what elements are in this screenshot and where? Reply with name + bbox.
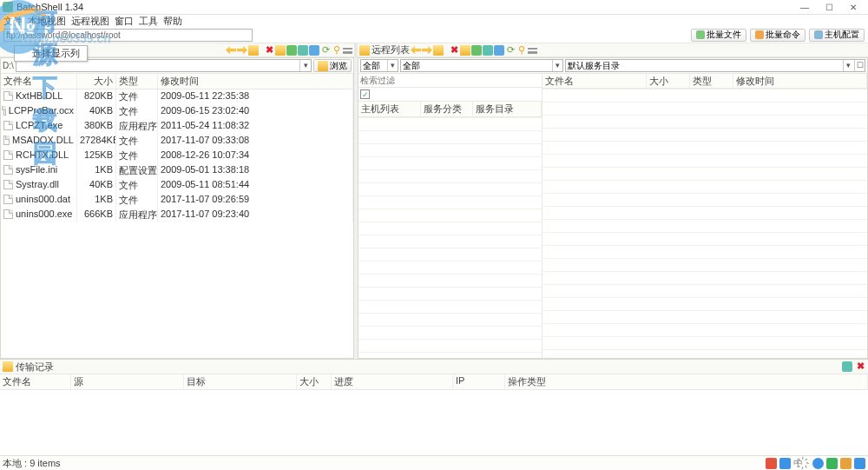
local-grid-header[interactable]: 文件名 大小 类型 修改时间	[1, 74, 353, 89]
browse-button[interactable]: 浏览	[313, 59, 352, 72]
log-col-src[interactable]: 源	[71, 374, 184, 389]
r-nav-fwd-icon[interactable]	[422, 45, 432, 56]
r-teal-action-icon[interactable]	[483, 45, 493, 56]
r-col-mtime[interactable]: 修改时间	[733, 74, 867, 88]
col-type[interactable]: 类型	[116, 74, 158, 89]
log-col-size[interactable]: 大小	[297, 374, 332, 389]
menu-local[interactable]: 本地视图	[28, 15, 66, 28]
teal-action-icon[interactable]	[298, 45, 308, 56]
green-action-icon[interactable]	[286, 45, 297, 56]
menu-help[interactable]: 帮助	[163, 15, 182, 28]
table-row[interactable]: Systray.dll40KB文件2009-05-11 08:51:44	[1, 178, 353, 193]
table-row[interactable]: KxtHB.DLL820KB文件2009-05-11 22:35:38	[1, 89, 353, 104]
r-blue-action-icon[interactable]	[494, 45, 504, 56]
nav-fwd-icon[interactable]	[237, 45, 247, 56]
log-col-dst[interactable]: 目标	[184, 374, 297, 389]
log-col-file[interactable]: 文件名	[0, 374, 71, 389]
r-green-action-icon[interactable]	[471, 45, 482, 56]
r-delete-icon[interactable]: ✖	[449, 45, 459, 56]
col-host[interactable]: 主机列表	[358, 102, 421, 116]
minimize-button[interactable]: —	[792, 3, 817, 12]
table-row[interactable]: RCHTX.DLL125KB文件2008-12-26 10:07:34	[1, 149, 353, 163]
tray-icon-6[interactable]	[854, 458, 865, 469]
file-icon	[3, 195, 13, 204]
remote-list-icon	[359, 45, 370, 56]
tray-ime-icon[interactable]: 中 ҉	[793, 457, 810, 470]
table-row[interactable]: MSADOX.DLL27284KB文件2017-11-07 09:33:08	[1, 134, 353, 149]
batch-cmd-button[interactable]: 批量命令	[750, 29, 806, 42]
refresh-icon[interactable]: ⟳	[320, 45, 331, 56]
col-dir[interactable]: 服务目录	[473, 102, 542, 116]
batch-file-button[interactable]: 批量文件	[691, 29, 746, 42]
new-folder-icon[interactable]	[275, 45, 286, 56]
menu-file[interactable]: 文件	[3, 15, 23, 28]
menu-window[interactable]: 窗口	[115, 15, 134, 28]
maximize-button[interactable]: ☐	[817, 3, 841, 12]
column-context-menu[interactable]: 选择显示列	[14, 45, 88, 62]
log-col-op[interactable]: 操作类型	[505, 374, 868, 389]
clear-icon[interactable]: ☐	[854, 60, 865, 71]
file-icon	[3, 106, 6, 116]
r-nav-back-icon[interactable]	[411, 45, 421, 56]
close-button[interactable]: ✕	[841, 3, 865, 12]
r-col-filename[interactable]: 文件名	[542, 74, 647, 88]
table-row[interactable]: LCPZT.exe380KB应用程序2011-05-24 11:08:32	[1, 119, 353, 134]
filter-combo-1[interactable]: 全部▾	[360, 59, 398, 72]
col-size[interactable]: 大小	[77, 74, 116, 89]
drive-prefix: D:\	[3, 61, 14, 70]
log-clear-icon[interactable]: ✖	[855, 361, 865, 372]
file-icon	[3, 136, 10, 145]
filter-combo-2[interactable]: 全部▾	[400, 59, 563, 72]
status-bar: 本地 : 9 items 中 ҉	[0, 455, 868, 470]
r-folder-icon[interactable]	[433, 45, 444, 56]
col-mtime[interactable]: 修改时间	[158, 74, 353, 89]
folder-icon[interactable]	[248, 45, 259, 56]
menu-bar: 文件 本地视图 远程视图 窗口 工具 帮助	[0, 15, 868, 27]
tray-icon-1[interactable]	[766, 458, 777, 469]
menu-tools[interactable]: 工具	[139, 15, 158, 28]
blue-action-icon[interactable]	[309, 45, 319, 56]
log-col-ip[interactable]: IP	[453, 374, 505, 389]
log-icon	[3, 361, 13, 372]
table-row[interactable]: unins000.exe666KB应用程序2017-11-07 09:23:40	[1, 208, 353, 222]
nav-back-icon[interactable]	[226, 45, 236, 56]
host-search-input[interactable]	[360, 76, 540, 85]
r-pin-icon[interactable]: ⚲	[516, 45, 527, 56]
log-action1-icon[interactable]	[842, 361, 852, 372]
tray-icon-3[interactable]	[812, 458, 824, 469]
view-mode-icon[interactable]	[343, 46, 352, 54]
r-new-folder-icon[interactable]	[460, 45, 470, 56]
col-svc[interactable]: 服务分类	[421, 102, 473, 116]
r-col-size[interactable]: 大小	[647, 74, 690, 88]
tray-icon-2[interactable]	[779, 458, 791, 469]
select-all-checkbox[interactable]: ✓	[360, 89, 370, 99]
title-bar: BatchShell 1.34 — ☐ ✕	[0, 0, 868, 15]
r-col-type[interactable]: 类型	[690, 74, 733, 88]
table-row[interactable]: LCPProBar.ocx40KB文件2009-06-15 23:02:40	[1, 104, 353, 119]
r-view-mode-icon[interactable]	[528, 46, 537, 54]
window-title: BatchShell 1.34	[16, 2, 83, 12]
local-pane: D:\ ▾ 浏览 文件名 大小 类型 修改时间 KxtHB.DLL820KB文件…	[0, 57, 354, 359]
remote-file-list[interactable]	[542, 89, 867, 358]
log-col-prog[interactable]: 进度	[332, 374, 453, 389]
col-filename[interactable]: 文件名	[1, 74, 77, 89]
context-menu-item[interactable]: 选择显示列	[15, 46, 87, 61]
table-row[interactable]: unins000.dat1KB文件2017-11-07 09:26:59	[1, 193, 353, 208]
table-row[interactable]: sysFile.ini1KB配置设置2009-05-01 13:38:18	[1, 163, 353, 178]
path-dropdown-icon[interactable]: ▾	[299, 60, 311, 71]
address-input[interactable]	[3, 29, 253, 42]
menu-remote[interactable]: 远程视图	[71, 15, 109, 28]
service-dir-combo[interactable]: 默认服务目录▾ ☐	[565, 59, 865, 72]
file-icon	[3, 150, 13, 160]
host-cfg-button[interactable]: 主机配置	[809, 29, 865, 42]
log-title: 传输记录	[16, 361, 54, 374]
local-file-list[interactable]: KxtHB.DLL820KB文件2009-05-11 22:35:38LCPPr…	[1, 89, 353, 358]
host-list[interactable]	[358, 117, 542, 358]
remote-pane: 全部▾ 全部▾ 默认服务目录▾ ☐ ✓ 主机列表 服务分类	[358, 57, 868, 359]
tray-icon-4[interactable]	[826, 458, 838, 469]
tray-icon-5[interactable]	[840, 458, 852, 469]
pin-icon[interactable]: ⚲	[332, 45, 342, 56]
r-refresh-icon[interactable]: ⟳	[505, 45, 516, 56]
delete-icon[interactable]: ✖	[264, 45, 274, 56]
batch-file-icon	[696, 30, 705, 39]
